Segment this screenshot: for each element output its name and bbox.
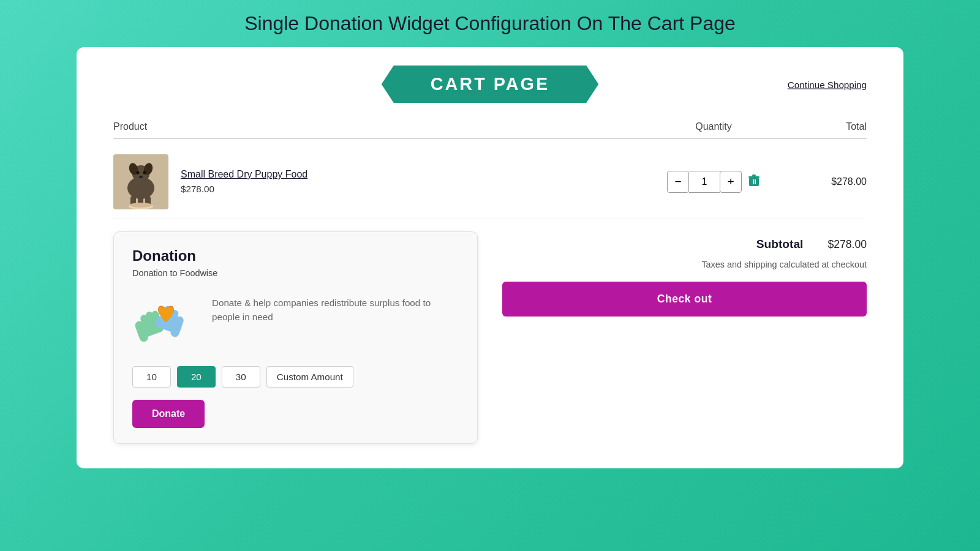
col-header-quantity: Quantity	[652, 121, 775, 132]
subtotal-row: Subtotal $278.00	[502, 238, 867, 251]
svg-point-12	[130, 203, 152, 208]
svg-rect-16	[748, 176, 760, 178]
quantity-increase-button[interactable]: +	[720, 171, 742, 193]
product-name[interactable]: Small Breed Dry Puppy Food	[181, 169, 307, 180]
svg-rect-17	[752, 174, 756, 176]
svg-point-6	[143, 171, 146, 174]
donate-button[interactable]: Donate	[132, 400, 205, 428]
amount-button-30[interactable]: 30	[222, 366, 260, 388]
checkout-button[interactable]: Check out	[502, 282, 867, 317]
continue-shopping-button[interactable]: Continue Shopping	[788, 79, 867, 89]
col-header-product: Product	[113, 121, 652, 132]
product-row: Small Breed Dry Puppy Food $278.00 − 1 +…	[113, 145, 867, 219]
donation-widget: Donation Donation to Foodwise	[113, 231, 478, 444]
checkout-section: Subtotal $278.00 Taxes and shipping calc…	[502, 231, 867, 317]
svg-point-7	[139, 176, 143, 178]
donation-icon	[132, 290, 200, 354]
custom-amount-button[interactable]: Custom Amount	[266, 366, 353, 388]
product-price: $278.00	[181, 184, 214, 194]
cart-container: CART PAGE Continue Shopping Product Quan…	[77, 47, 903, 468]
donation-description: Donate & help companies redistribute sur…	[212, 290, 459, 324]
svg-point-5	[137, 171, 140, 174]
table-header: Product Quantity Total	[113, 115, 867, 139]
product-total: $278.00	[775, 176, 867, 187]
donation-body: Donate & help companies redistribute sur…	[132, 290, 459, 354]
tax-note: Taxes and shipping calculated at checkou…	[502, 260, 867, 269]
page-title: Single Donation Widget Configuration On …	[244, 12, 736, 35]
quantity-value: 1	[689, 171, 720, 193]
quantity-decrease-button[interactable]: −	[667, 171, 689, 193]
svg-rect-14	[753, 179, 754, 184]
delete-button[interactable]	[748, 174, 760, 190]
subtotal-label: Subtotal	[756, 238, 804, 251]
subtotal-value: $278.00	[827, 238, 867, 251]
product-details: Small Breed Dry Puppy Food $278.00	[181, 169, 307, 195]
svg-rect-15	[755, 179, 756, 184]
cart-header: CART PAGE Continue Shopping	[113, 66, 867, 103]
donation-subtitle: Donation to Foodwise	[132, 268, 459, 278]
donation-title: Donation	[132, 247, 459, 264]
amount-button-20[interactable]: 20	[177, 366, 216, 388]
amount-button-10[interactable]: 10	[132, 366, 171, 388]
amount-buttons: 10 20 30 Custom Amount	[132, 366, 459, 388]
cart-banner: CART PAGE	[382, 66, 598, 103]
quantity-control: − 1 +	[652, 171, 775, 193]
product-image	[113, 154, 168, 209]
product-info: Small Breed Dry Puppy Food $278.00	[113, 154, 652, 209]
bottom-section: Donation Donation to Foodwise	[113, 231, 867, 444]
col-header-total: Total	[775, 121, 867, 132]
